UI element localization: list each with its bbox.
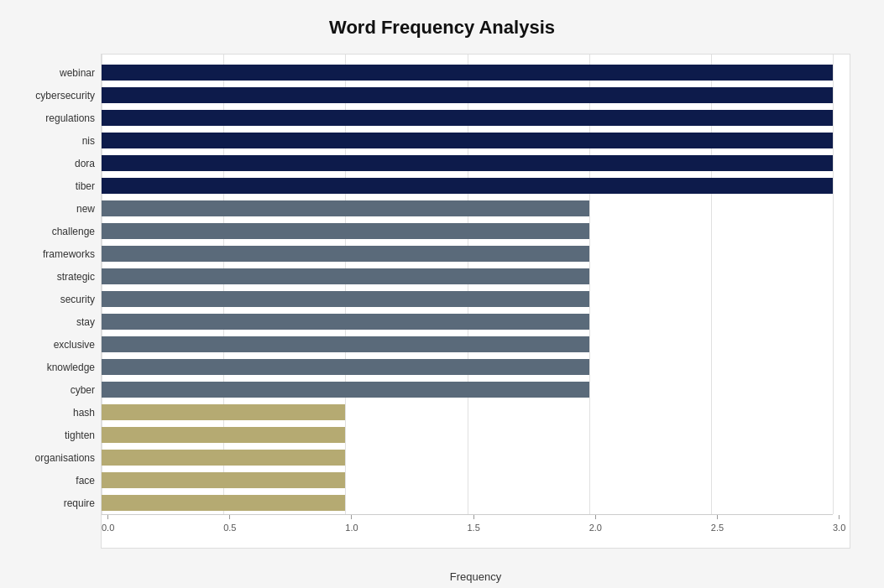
bar bbox=[102, 246, 589, 262]
bar-label: knowledge bbox=[3, 362, 95, 373]
bar-row: nis bbox=[102, 129, 833, 152]
bar-label: stay bbox=[3, 316, 95, 328]
x-tick: 2.0 bbox=[589, 515, 602, 533]
bar bbox=[102, 382, 589, 398]
bar-label: cybersecurity bbox=[3, 90, 95, 101]
bar-row: new bbox=[102, 197, 833, 220]
bar bbox=[102, 200, 589, 216]
bar-row: challenge bbox=[102, 220, 833, 242]
x-tick-line bbox=[351, 515, 352, 519]
x-tick: 0.0 bbox=[102, 515, 114, 533]
bar-label: new bbox=[3, 203, 95, 215]
bar bbox=[102, 155, 833, 171]
bar-label: challenge bbox=[3, 226, 95, 237]
bar-row: knowledge bbox=[102, 356, 833, 378]
x-tick-label: 0.0 bbox=[102, 523, 114, 533]
bars-wrapper: webinarcybersecurityregulationsnisdorati… bbox=[102, 55, 850, 514]
bar-label: frameworks bbox=[3, 248, 95, 260]
bar bbox=[102, 110, 833, 126]
bar bbox=[102, 178, 833, 194]
bar-label: nis bbox=[3, 135, 95, 147]
bar bbox=[102, 472, 345, 488]
x-tick-label: 1.0 bbox=[345, 523, 358, 533]
bar-row: cyber bbox=[102, 378, 833, 401]
bar bbox=[102, 65, 833, 81]
bar-row: hash bbox=[102, 401, 833, 424]
x-tick-line bbox=[107, 515, 108, 519]
bar-row: webinar bbox=[102, 61, 833, 84]
bar-row: tighten bbox=[102, 424, 833, 446]
chart-title: Word Frequency Analysis bbox=[34, 17, 850, 39]
bar-row: exclusive bbox=[102, 333, 833, 356]
x-tick-line bbox=[473, 515, 474, 519]
bar-label: require bbox=[3, 497, 95, 509]
bar bbox=[102, 450, 345, 466]
bar bbox=[102, 336, 589, 352]
x-tick-label: 2.0 bbox=[589, 523, 602, 533]
bar bbox=[102, 133, 833, 148]
bar bbox=[102, 314, 589, 330]
bar-row: dora bbox=[102, 152, 833, 174]
x-tick: 2.5 bbox=[711, 515, 724, 533]
bar bbox=[102, 223, 589, 239]
bar-label: security bbox=[3, 294, 95, 305]
x-tick: 0.5 bbox=[223, 515, 236, 533]
bar-label: exclusive bbox=[3, 339, 95, 351]
bar-row: cybersecurity bbox=[102, 84, 833, 107]
x-tick-line bbox=[839, 515, 840, 519]
bar bbox=[102, 291, 589, 307]
bar-row: frameworks bbox=[102, 242, 833, 265]
x-tick: 1.0 bbox=[345, 515, 358, 533]
bar-label: webinar bbox=[3, 67, 95, 79]
bar bbox=[102, 404, 345, 420]
bar-label: regulations bbox=[3, 112, 95, 124]
bar-label: face bbox=[3, 475, 95, 487]
bar-label: cyber bbox=[3, 384, 95, 396]
bar-label: strategic bbox=[3, 271, 95, 283]
bar-row: stay bbox=[102, 310, 833, 333]
x-tick-line bbox=[229, 515, 230, 519]
bar-label: dora bbox=[3, 158, 95, 169]
bar bbox=[102, 495, 345, 511]
bar-row: require bbox=[102, 492, 833, 514]
x-axis-title: Frequency bbox=[450, 570, 501, 583]
x-tick-label: 0.5 bbox=[223, 523, 236, 533]
bar-label: organisations bbox=[3, 452, 95, 464]
x-tick-label: 3.0 bbox=[833, 523, 845, 533]
x-tick-label: 2.5 bbox=[711, 523, 724, 533]
x-axis: 0.00.51.01.52.02.53.0 bbox=[102, 514, 833, 548]
bar-row: organisations bbox=[102, 446, 833, 469]
bar-label: hash bbox=[3, 407, 95, 419]
chart-area: webinarcybersecurityregulationsnisdorati… bbox=[101, 54, 850, 549]
bar-label: tighten bbox=[3, 429, 95, 441]
bar bbox=[102, 359, 589, 375]
bar-row: strategic bbox=[102, 265, 833, 288]
x-tick-label: 1.5 bbox=[468, 523, 480, 533]
bar bbox=[102, 427, 345, 443]
bar-row: tiber bbox=[102, 174, 833, 197]
chart-container: Word Frequency Analysis webinarcybersecu… bbox=[0, 0, 884, 588]
x-tick-line bbox=[717, 515, 718, 519]
x-tick: 1.5 bbox=[468, 515, 480, 533]
bar-row: security bbox=[102, 288, 833, 310]
bar-row: face bbox=[102, 469, 833, 492]
bar bbox=[102, 268, 589, 284]
bar bbox=[102, 87, 833, 103]
x-tick-line bbox=[595, 515, 596, 519]
bar-label: tiber bbox=[3, 180, 95, 192]
bar-row: regulations bbox=[102, 107, 833, 129]
x-tick: 3.0 bbox=[833, 515, 845, 533]
